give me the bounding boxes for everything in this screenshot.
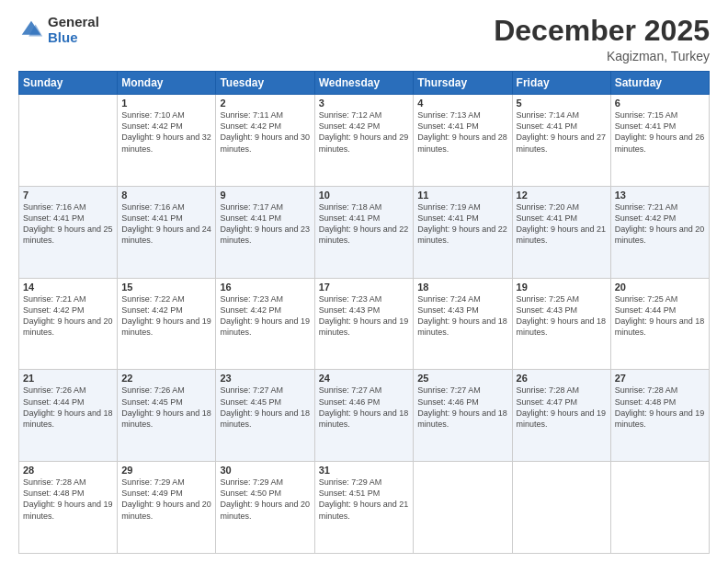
day-number: 17: [319, 282, 410, 293]
day-info: Sunrise: 7:21 AMSunset: 4:42 PMDaylight:…: [615, 201, 705, 247]
calendar-cell: 14Sunrise: 7:21 AMSunset: 4:42 PMDayligh…: [19, 278, 118, 370]
calendar-cell: 30Sunrise: 7:29 AMSunset: 4:50 PMDayligh…: [216, 462, 314, 554]
day-number: 24: [319, 373, 410, 384]
day-info: Sunrise: 7:25 AMSunset: 4:43 PMDaylight:…: [517, 293, 607, 339]
calendar-cell: [414, 462, 512, 554]
day-number: 1: [121, 98, 211, 109]
day-info: Sunrise: 7:11 AMSunset: 4:42 PMDaylight:…: [220, 109, 310, 155]
day-info: Sunrise: 7:10 AMSunset: 4:42 PMDaylight:…: [121, 109, 211, 155]
calendar-cell: 11Sunrise: 7:19 AMSunset: 4:41 PMDayligh…: [414, 186, 512, 278]
calendar-cell: 28Sunrise: 7:28 AMSunset: 4:48 PMDayligh…: [19, 462, 118, 554]
location-subtitle: Kagizman, Turkey: [494, 49, 710, 63]
week-row-1: 1Sunrise: 7:10 AMSunset: 4:42 PMDaylight…: [19, 95, 710, 187]
calendar-cell: 20Sunrise: 7:25 AMSunset: 4:44 PMDayligh…: [610, 278, 709, 370]
week-row-4: 21Sunrise: 7:26 AMSunset: 4:44 PMDayligh…: [19, 370, 710, 462]
calendar-cell: 4Sunrise: 7:13 AMSunset: 4:41 PMDaylight…: [414, 95, 512, 187]
weekday-header-tuesday: Tuesday: [216, 72, 314, 95]
calendar-cell: 23Sunrise: 7:27 AMSunset: 4:45 PMDayligh…: [216, 370, 314, 462]
calendar-cell: 3Sunrise: 7:12 AMSunset: 4:42 PMDaylight…: [314, 95, 414, 187]
day-info: Sunrise: 7:29 AMSunset: 4:51 PMDaylight:…: [319, 477, 410, 522]
day-number: 19: [517, 282, 607, 293]
day-info: Sunrise: 7:14 AMSunset: 4:41 PMDaylight:…: [517, 109, 607, 155]
calendar-cell: [610, 462, 709, 554]
day-info: Sunrise: 7:27 AMSunset: 4:46 PMDaylight:…: [319, 385, 410, 430]
calendar-cell: 5Sunrise: 7:14 AMSunset: 4:41 PMDaylight…: [512, 95, 610, 187]
day-number: 16: [220, 282, 310, 293]
calendar-cell: 6Sunrise: 7:15 AMSunset: 4:41 PMDaylight…: [610, 95, 709, 187]
day-info: Sunrise: 7:28 AMSunset: 4:48 PMDaylight:…: [615, 385, 705, 430]
day-number: 28: [23, 465, 113, 476]
day-info: Sunrise: 7:29 AMSunset: 4:49 PMDaylight:…: [121, 477, 211, 522]
day-info: Sunrise: 7:23 AMSunset: 4:42 PMDaylight:…: [220, 293, 310, 339]
calendar-cell: 7Sunrise: 7:16 AMSunset: 4:41 PMDaylight…: [19, 186, 118, 278]
day-number: 15: [121, 282, 211, 293]
day-info: Sunrise: 7:18 AMSunset: 4:41 PMDaylight:…: [319, 201, 410, 247]
calendar-cell: [19, 95, 118, 187]
header: General Blue December 2025 Kagizman, Tur…: [18, 15, 710, 63]
weekday-header-friday: Friday: [512, 72, 610, 95]
day-number: 10: [319, 190, 410, 201]
day-info: Sunrise: 7:20 AMSunset: 4:41 PMDaylight:…: [517, 201, 607, 247]
day-info: Sunrise: 7:24 AMSunset: 4:43 PMDaylight:…: [417, 293, 507, 339]
day-info: Sunrise: 7:28 AMSunset: 4:48 PMDaylight:…: [23, 477, 113, 522]
calendar-cell: 24Sunrise: 7:27 AMSunset: 4:46 PMDayligh…: [314, 370, 414, 462]
day-number: 22: [121, 373, 211, 384]
weekday-header-saturday: Saturday: [610, 72, 709, 95]
calendar-cell: 16Sunrise: 7:23 AMSunset: 4:42 PMDayligh…: [216, 278, 314, 370]
day-number: 21: [23, 373, 113, 384]
calendar-cell: 26Sunrise: 7:28 AMSunset: 4:47 PMDayligh…: [512, 370, 610, 462]
day-number: 14: [23, 282, 113, 293]
logo: General Blue: [18, 15, 99, 45]
calendar-cell: 13Sunrise: 7:21 AMSunset: 4:42 PMDayligh…: [610, 186, 709, 278]
calendar-cell: 8Sunrise: 7:16 AMSunset: 4:41 PMDaylight…: [118, 186, 216, 278]
calendar-cell: 15Sunrise: 7:22 AMSunset: 4:42 PMDayligh…: [118, 278, 216, 370]
calendar-cell: 12Sunrise: 7:20 AMSunset: 4:41 PMDayligh…: [512, 186, 610, 278]
calendar-page: General Blue December 2025 Kagizman, Tur…: [0, 0, 728, 563]
day-info: Sunrise: 7:28 AMSunset: 4:47 PMDaylight:…: [517, 385, 607, 430]
day-number: 7: [23, 190, 113, 201]
day-info: Sunrise: 7:16 AMSunset: 4:41 PMDaylight:…: [23, 201, 113, 247]
calendar-cell: 9Sunrise: 7:17 AMSunset: 4:41 PMDaylight…: [216, 186, 314, 278]
day-info: Sunrise: 7:21 AMSunset: 4:42 PMDaylight:…: [23, 293, 113, 339]
logo-blue: Blue: [48, 30, 99, 46]
calendar-cell: 10Sunrise: 7:18 AMSunset: 4:41 PMDayligh…: [314, 186, 414, 278]
day-number: 26: [517, 373, 607, 384]
month-title: December 2025: [494, 15, 710, 47]
day-info: Sunrise: 7:15 AMSunset: 4:41 PMDaylight:…: [615, 109, 705, 155]
week-row-3: 14Sunrise: 7:21 AMSunset: 4:42 PMDayligh…: [19, 278, 710, 370]
day-info: Sunrise: 7:25 AMSunset: 4:44 PMDaylight:…: [615, 293, 705, 339]
calendar-cell: 25Sunrise: 7:27 AMSunset: 4:46 PMDayligh…: [414, 370, 512, 462]
calendar-table: SundayMondayTuesdayWednesdayThursdayFrid…: [18, 71, 710, 554]
week-row-2: 7Sunrise: 7:16 AMSunset: 4:41 PMDaylight…: [19, 186, 710, 278]
logo-text: General Blue: [48, 15, 99, 45]
calendar-cell: 2Sunrise: 7:11 AMSunset: 4:42 PMDaylight…: [216, 95, 314, 187]
day-number: 30: [220, 465, 310, 476]
day-number: 13: [615, 190, 705, 201]
day-info: Sunrise: 7:16 AMSunset: 4:41 PMDaylight:…: [121, 201, 211, 247]
day-number: 29: [121, 465, 211, 476]
day-info: Sunrise: 7:12 AMSunset: 4:42 PMDaylight:…: [319, 109, 410, 155]
calendar-cell: 29Sunrise: 7:29 AMSunset: 4:49 PMDayligh…: [118, 462, 216, 554]
day-number: 11: [417, 190, 507, 201]
calendar-cell: [512, 462, 610, 554]
calendar-cell: 27Sunrise: 7:28 AMSunset: 4:48 PMDayligh…: [610, 370, 709, 462]
calendar-cell: 19Sunrise: 7:25 AMSunset: 4:43 PMDayligh…: [512, 278, 610, 370]
day-info: Sunrise: 7:19 AMSunset: 4:41 PMDaylight:…: [417, 201, 507, 247]
weekday-header-row: SundayMondayTuesdayWednesdayThursdayFrid…: [19, 72, 710, 95]
day-number: 27: [615, 373, 705, 384]
day-number: 12: [517, 190, 607, 201]
logo-general: General: [48, 15, 99, 30]
calendar-cell: 22Sunrise: 7:26 AMSunset: 4:45 PMDayligh…: [118, 370, 216, 462]
calendar-cell: 17Sunrise: 7:23 AMSunset: 4:43 PMDayligh…: [314, 278, 414, 370]
day-info: Sunrise: 7:26 AMSunset: 4:45 PMDaylight:…: [121, 385, 211, 430]
logo-icon: [18, 17, 44, 43]
day-number: 3: [319, 98, 410, 109]
day-number: 9: [220, 190, 310, 201]
day-number: 5: [517, 98, 607, 109]
day-info: Sunrise: 7:29 AMSunset: 4:50 PMDaylight:…: [220, 477, 310, 522]
calendar-cell: 1Sunrise: 7:10 AMSunset: 4:42 PMDaylight…: [118, 95, 216, 187]
day-number: 4: [417, 98, 507, 109]
calendar-cell: 18Sunrise: 7:24 AMSunset: 4:43 PMDayligh…: [414, 278, 512, 370]
day-info: Sunrise: 7:27 AMSunset: 4:46 PMDaylight:…: [417, 385, 507, 430]
day-number: 23: [220, 373, 310, 384]
